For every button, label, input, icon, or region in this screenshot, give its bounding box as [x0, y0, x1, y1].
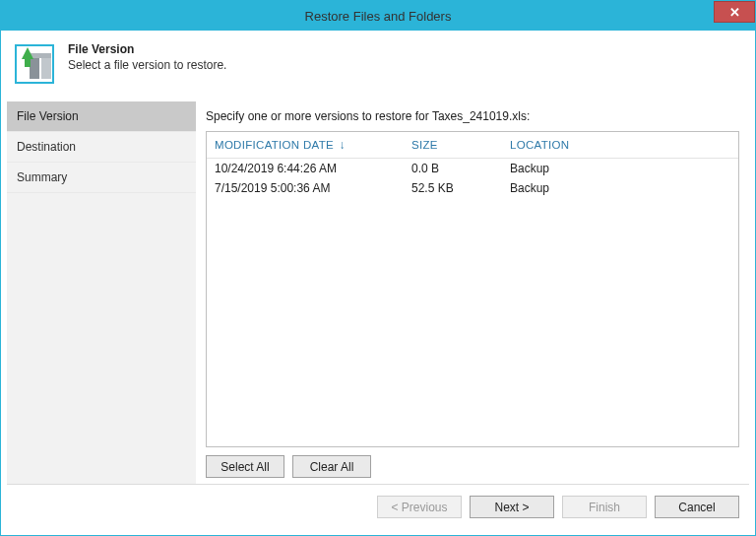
- table-row[interactable]: 7/15/2019 5:00:36 AM 52.5 KB Backup: [207, 178, 738, 198]
- cell-size: 0.0 B: [404, 159, 502, 179]
- step-summary[interactable]: Summary: [7, 163, 196, 193]
- select-all-button[interactable]: Select All: [206, 455, 284, 478]
- table-row[interactable]: 10/24/2019 6:44:26 AM 0.0 B Backup: [207, 159, 738, 179]
- close-icon: ✕: [729, 5, 740, 20]
- content-pane: Specify one or more versions to restore …: [196, 101, 749, 484]
- wizard-body: File Version Destination Summary Specify…: [7, 101, 749, 484]
- previous-button: < Previous: [377, 496, 462, 518]
- step-file-version[interactable]: File Version: [7, 101, 196, 132]
- column-label: MODIFICATION DATE: [215, 139, 334, 151]
- table-header-row: MODIFICATION DATE ↓ SIZE LOCATION: [207, 132, 738, 159]
- restore-version-icon: [11, 40, 58, 88]
- finish-button: Finish: [562, 496, 647, 518]
- versions-table: MODIFICATION DATE ↓ SIZE LOCATION: [207, 132, 738, 198]
- page-subtitle: Select a file version to restore.: [68, 58, 226, 72]
- step-label: Destination: [17, 140, 76, 154]
- cancel-button[interactable]: Cancel: [655, 496, 739, 518]
- cell-date: 10/24/2019 6:44:26 AM: [207, 159, 404, 179]
- versions-table-container[interactable]: MODIFICATION DATE ↓ SIZE LOCATION: [206, 131, 739, 447]
- column-label: LOCATION: [510, 139, 569, 151]
- cell-location: Backup: [502, 178, 738, 198]
- header-texts: File Version Select a file version to re…: [68, 40, 226, 72]
- dialog-window: Restore Files and Folders ✕ File Version…: [0, 0, 756, 536]
- wizard-steps: File Version Destination Summary: [7, 101, 196, 484]
- svg-rect-3: [30, 53, 51, 58]
- title-bar[interactable]: Restore Files and Folders ✕: [1, 1, 755, 31]
- title-bar-text: Restore Files and Folders: [1, 9, 755, 24]
- step-label: Summary: [17, 170, 67, 184]
- column-label: SIZE: [411, 139, 438, 151]
- dialog-body: File Version Select a file version to re…: [1, 31, 755, 535]
- page-title: File Version: [68, 42, 226, 56]
- step-destination[interactable]: Destination: [7, 132, 196, 163]
- clear-all-button[interactable]: Clear All: [292, 455, 371, 478]
- cell-size: 52.5 KB: [404, 178, 502, 198]
- svg-rect-2: [41, 57, 51, 79]
- cell-location: Backup: [502, 159, 738, 179]
- column-header-location[interactable]: LOCATION: [502, 132, 738, 159]
- svg-rect-1: [30, 57, 39, 79]
- close-button[interactable]: ✕: [714, 1, 755, 23]
- wizard-footer: < Previous Next > Finish Cancel: [7, 484, 749, 529]
- sort-descending-icon: ↓: [339, 138, 345, 152]
- step-label: File Version: [17, 109, 79, 123]
- column-header-modification-date[interactable]: MODIFICATION DATE ↓: [207, 132, 404, 159]
- next-button[interactable]: Next >: [470, 496, 554, 518]
- instruction-text: Specify one or more versions to restore …: [206, 107, 739, 123]
- column-header-size[interactable]: SIZE: [404, 132, 502, 159]
- header-section: File Version Select a file version to re…: [7, 36, 749, 101]
- svg-rect-5: [25, 59, 31, 67]
- cell-date: 7/15/2019 5:00:36 AM: [207, 178, 404, 198]
- selection-buttons: Select All Clear All: [206, 455, 739, 478]
